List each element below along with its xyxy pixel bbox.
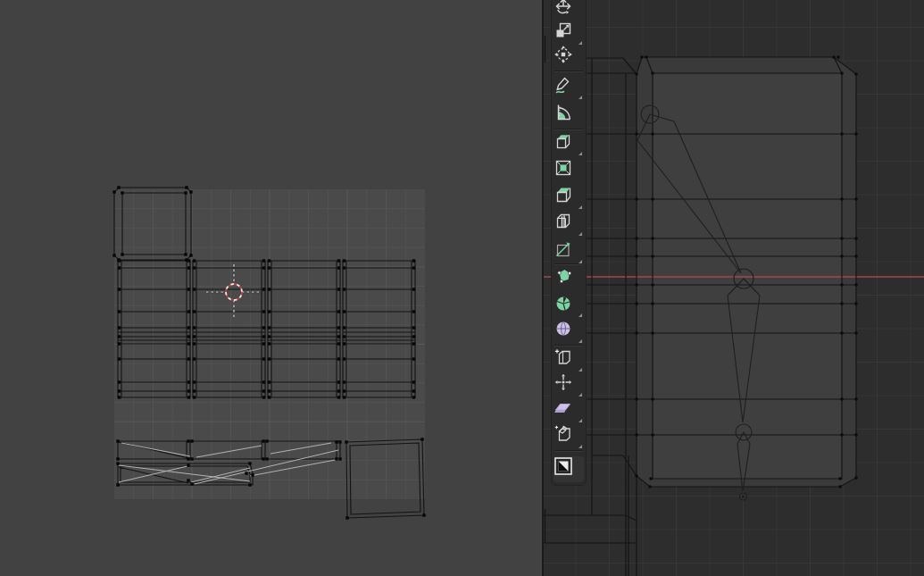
viewport-3d-canvas bbox=[544, 0, 924, 576]
tool-annotate-button[interactable] bbox=[554, 75, 584, 101]
subtool-indicator bbox=[579, 393, 582, 397]
tool-transform-button[interactable] bbox=[554, 45, 584, 71]
inset-icon bbox=[554, 158, 573, 178]
subtool-indicator bbox=[579, 313, 582, 317]
subtool-indicator bbox=[579, 260, 582, 263]
uv-editor-viewport[interactable] bbox=[0, 0, 542, 576]
bevel-icon bbox=[554, 185, 573, 205]
toolbar-group-separator bbox=[554, 345, 583, 346]
subtool-indicator bbox=[579, 445, 582, 448]
blender-window bbox=[0, 0, 924, 576]
tool-rotate-button[interactable] bbox=[554, 0, 584, 22]
subtool-indicator bbox=[579, 96, 582, 99]
rotate-icon bbox=[554, 0, 573, 16]
subtool-indicator bbox=[579, 419, 582, 422]
tool-bevel-button[interactable] bbox=[554, 185, 584, 211]
tool-poly-build-button[interactable] bbox=[554, 266, 584, 292]
loop-cut-icon bbox=[554, 212, 573, 231]
edge-slide-icon bbox=[554, 347, 573, 367]
subtool-indicator bbox=[579, 152, 582, 155]
tool-smooth-button[interactable] bbox=[554, 319, 584, 345]
uv-wireframe-canvas bbox=[0, 0, 542, 576]
transform-icon bbox=[554, 45, 573, 64]
tool-shrink-fatten-button[interactable] bbox=[554, 372, 584, 398]
tool-loop-cut-button[interactable] bbox=[554, 212, 584, 238]
subtool-indicator bbox=[579, 339, 582, 343]
tool-knife-button[interactable] bbox=[554, 239, 584, 265]
toolbar-group-separator bbox=[554, 450, 583, 452]
viewport-3d[interactable] bbox=[544, 0, 924, 576]
scale-icon bbox=[554, 21, 573, 40]
subtool-indicator bbox=[579, 232, 582, 236]
spin-icon bbox=[554, 293, 573, 313]
extrude-icon bbox=[554, 131, 573, 151]
measure-icon bbox=[554, 103, 573, 122]
active-tool-icon bbox=[554, 456, 573, 476]
toolbar-group-separator bbox=[554, 263, 583, 265]
subtool-indicator bbox=[579, 41, 582, 45]
subtool-indicator bbox=[579, 205, 582, 209]
smooth-icon bbox=[554, 319, 573, 338]
subtool-indicator bbox=[579, 368, 582, 371]
tool-shelf bbox=[551, 0, 587, 486]
tool-shear-button[interactable] bbox=[554, 398, 584, 424]
toolbar-group-separator bbox=[554, 71, 583, 72]
shear-icon bbox=[554, 398, 573, 418]
toolbar-group-separator bbox=[554, 129, 583, 130]
tool-inset-faces-button[interactable] bbox=[554, 158, 584, 184]
annotate-icon bbox=[554, 75, 573, 95]
tool-extrude-region-button[interactable] bbox=[554, 131, 584, 157]
tool-rip-region-button[interactable] bbox=[554, 424, 584, 450]
knife-icon bbox=[554, 239, 573, 259]
shrink-fatten-icon bbox=[554, 372, 573, 392]
tool-measure-button[interactable] bbox=[554, 103, 584, 129]
rip-region-icon bbox=[554, 424, 573, 444]
tool-scale-button[interactable] bbox=[554, 21, 584, 46]
tool-edge-slide-button[interactable] bbox=[554, 347, 584, 373]
poly-build-icon bbox=[554, 266, 573, 286]
tool-spin-button[interactable] bbox=[554, 293, 584, 319]
tool-active-tool-button[interactable] bbox=[554, 456, 584, 482]
